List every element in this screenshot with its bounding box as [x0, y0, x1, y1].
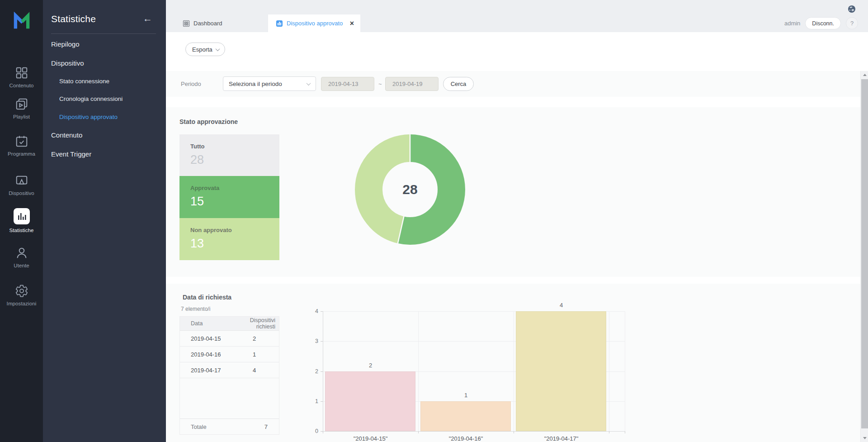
chevron-down-icon [215, 47, 220, 51]
menu-item-riepilogo[interactable]: Riepilogo [51, 40, 80, 48]
sidebar-item-contenuto[interactable]: Contenuto [0, 66, 43, 88]
playlist-icon [15, 97, 28, 111]
gridline [418, 311, 419, 431]
magicinfo-logo[interactable] [0, 12, 43, 30]
logout-button[interactable]: Disconn. [805, 17, 841, 29]
period-filter-panel: Periodo Seleziona il periodo 2019-04-13 … [166, 71, 860, 97]
cell-count: 2 [230, 335, 279, 342]
request-date-section-title: Data di richiesta [183, 294, 231, 301]
y-tick-label: 3 [303, 337, 318, 345]
menu-item-cronologia-connessioni[interactable]: Cronologia connessioni [59, 95, 123, 102]
search-button[interactable]: Cerca [443, 77, 474, 91]
cell-date: 2019-04-15 [180, 335, 230, 342]
period-label: Periodo [181, 81, 201, 87]
gridline [514, 311, 514, 431]
app-root: Contenuto Playlist Programma Dispos [0, 0, 868, 442]
tab-dispositivo-approvato[interactable]: Dispositivo approvato × [268, 14, 360, 32]
date-to-field[interactable]: 2019-04-19 [385, 77, 439, 91]
menu-item-event-trigger[interactable]: Event Trigger [51, 150, 91, 158]
x-category-label: "2019-04-17" [514, 435, 609, 442]
stat-box-approved: Approvata 15 [179, 176, 279, 218]
stat-value: 15 [190, 195, 269, 209]
magicinfo-logo-icon [12, 12, 32, 30]
items-count: 7 elemento/i [181, 306, 210, 312]
active-item-highlight [14, 208, 30, 224]
gridline [323, 431, 625, 432]
help-button[interactable]: ? [846, 17, 858, 29]
scroll-down-arrow-icon[interactable] [861, 434, 868, 442]
y-tick-label: 4 [303, 308, 318, 315]
total-label: Totale [180, 423, 230, 430]
table-total-row: Totale 7 [180, 418, 279, 434]
x-category-label: "2019-04-16" [418, 435, 514, 442]
total-value: 7 [230, 423, 279, 430]
stat-box-not-approved: Non approvato 13 [179, 218, 279, 260]
bar-2019-04-16 [420, 401, 511, 431]
sidebar-item-statistiche[interactable]: Statistiche [0, 208, 43, 233]
menu-item-dispositivo-approvato[interactable]: Dispositivo approvato [59, 114, 118, 120]
export-button[interactable]: Esporta [185, 43, 225, 56]
bar-value-label: 1 [418, 392, 514, 399]
vertical-scrollbar[interactable] [860, 71, 868, 442]
content-scroll-area: Periodo Seleziona il periodo 2019-04-13 … [166, 71, 868, 442]
collapse-sidebar-arrow-icon[interactable]: ← [143, 14, 152, 23]
menu-item-dispositivo[interactable]: Dispositivo [51, 59, 84, 67]
period-select[interactable]: Seleziona il periodo [223, 76, 316, 91]
bar-2019-04-17 [516, 311, 606, 431]
nav-label: Playlist [13, 114, 30, 119]
cell-date: 2019-04-17 [180, 367, 230, 374]
menu-item-stato-connessione[interactable]: Stato connessione [59, 78, 109, 85]
approval-status-panel: Stato approvazione Tutto 28 Approvata 15… [166, 107, 860, 277]
language-globe-icon[interactable] [848, 5, 856, 15]
tab-bar: Dashboard Dispositivo approvato × [166, 0, 868, 32]
table-empty-space [180, 378, 279, 418]
tab-dashboard[interactable]: Dashboard [172, 14, 268, 32]
column-header-dispositivi: Dispositivi richiesti [230, 317, 279, 330]
request-date-panel: Data di richiesta 7 elemento/i Data Disp… [166, 284, 860, 442]
sidebar-item-dispositivo[interactable]: Dispositivo [0, 174, 43, 196]
sidebar-item-programma[interactable]: Programma [0, 134, 43, 157]
y-tick-label: 2 [303, 368, 318, 375]
bar-value-label: 2 [323, 362, 418, 369]
stat-label: Non approvato [190, 227, 269, 233]
period-select-value: Seleziona il periodo [229, 81, 282, 87]
stat-label: Tutto [190, 143, 269, 150]
cell-count: 4 [230, 367, 279, 374]
stat-label: Approvata [190, 185, 269, 191]
date-range-separator: ~ [378, 81, 382, 87]
sidebar-item-utente[interactable]: Utente [0, 246, 43, 268]
table-header-row: Data Dispositivi richiesti [180, 317, 279, 331]
scroll-up-arrow-icon[interactable] [861, 71, 868, 79]
gridline [609, 311, 609, 431]
nav-label: Contenuto [9, 83, 34, 88]
stat-value: 28 [190, 153, 269, 167]
scrollbar-thumb[interactable] [861, 79, 868, 428]
chevron-down-icon [307, 81, 311, 86]
chart-tab-icon [276, 20, 283, 27]
toolbar: Esporta [166, 32, 868, 71]
x-tick [323, 431, 323, 433]
table-row: 2019-04-15 2 [180, 331, 279, 347]
icon-rail: Contenuto Playlist Programma Dispos [0, 0, 43, 442]
cell-count: 1 [230, 351, 279, 358]
stat-box-total: Tutto 28 [179, 134, 279, 176]
export-label: Esporta [192, 46, 212, 53]
stat-value: 13 [190, 237, 269, 251]
sidebar-item-impostazioni[interactable]: Impostazioni [0, 284, 43, 306]
sidebar-divider [51, 33, 156, 34]
sidebar-title: Statistiche [51, 14, 96, 24]
date-from-field[interactable]: 2019-04-13 [321, 77, 374, 91]
device-screen-icon [15, 174, 28, 187]
x-category-label: "2019-04-15" [323, 435, 418, 442]
close-tab-icon[interactable]: × [350, 20, 354, 27]
username: admin [784, 20, 800, 27]
y-tick-label: 1 [303, 398, 318, 405]
main-area: Dashboard Dispositivo approvato × [166, 0, 868, 442]
gridline [323, 311, 323, 431]
x-tick [625, 431, 625, 433]
sidebar-item-playlist[interactable]: Playlist [0, 97, 43, 119]
menu-item-contenuto[interactable]: Contenuto [51, 131, 82, 139]
x-tick [514, 431, 514, 433]
sidebar: Statistiche ← Riepilogo Dispositivo Stat… [43, 0, 166, 442]
bar-2019-04-15 [325, 371, 415, 432]
